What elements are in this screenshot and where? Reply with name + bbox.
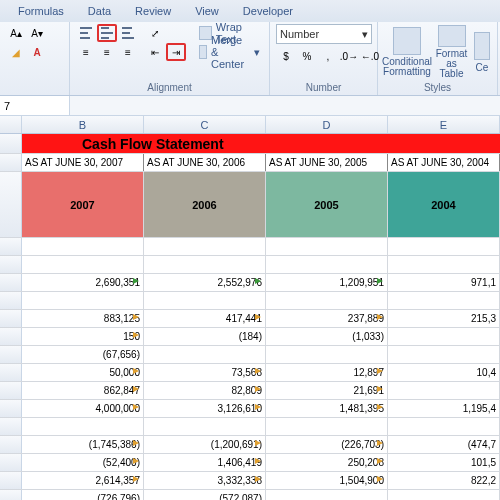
flag-icon	[133, 332, 141, 340]
cell[interactable]: 1,209,951	[266, 274, 388, 291]
orientation-button[interactable]: ⤢	[145, 24, 165, 42]
flag-icon	[377, 314, 385, 322]
cell[interactable]: 101,5	[388, 454, 500, 471]
cell[interactable]: AS AT JUNE 30, 2006	[144, 154, 266, 171]
tab-view[interactable]: View	[185, 2, 229, 20]
cell[interactable]: 2,552,976	[144, 274, 266, 291]
cell[interactable]: (1,745,386)	[22, 436, 144, 453]
cell[interactable]	[388, 490, 500, 500]
cell[interactable]: 50,000	[22, 364, 144, 381]
cell[interactable]: (52,400)	[22, 454, 144, 471]
comma-button[interactable]: ,	[318, 47, 338, 65]
cell[interactable]: 237,889	[266, 310, 388, 327]
cell[interactable]: 3,126,610	[144, 400, 266, 417]
font-shrink-button[interactable]: A▾	[27, 24, 47, 42]
year-cell-2006[interactable]: 2006	[144, 172, 266, 237]
align-middle-button[interactable]	[97, 24, 117, 42]
cell[interactable]: (1,033)	[266, 328, 388, 345]
col-header-e[interactable]: E	[388, 116, 500, 133]
data-row: 2,614,3573,332,3381,504,900822,2	[0, 472, 500, 490]
title-cell[interactable]: Cash Flow Statement	[22, 134, 500, 153]
cell[interactable]: 1,406,419	[144, 454, 266, 471]
tab-review[interactable]: Review	[125, 2, 181, 20]
cell[interactable]	[388, 328, 500, 345]
cell[interactable]	[144, 346, 266, 363]
cell[interactable]: (184)	[144, 328, 266, 345]
col-header-d[interactable]: D	[266, 116, 388, 133]
align-center-button[interactable]: ≡	[97, 43, 117, 61]
col-header-c[interactable]: C	[144, 116, 266, 133]
number-format-select[interactable]: Number▾	[276, 24, 372, 44]
styles-group-label: Styles	[384, 81, 491, 95]
flag-icon	[133, 368, 141, 376]
cell[interactable]	[388, 346, 500, 363]
decrease-indent-button[interactable]: ⇤	[145, 43, 165, 61]
increase-indent-button[interactable]: ⇥	[166, 43, 186, 61]
cell[interactable]: 2,614,357	[22, 472, 144, 489]
tab-data[interactable]: Data	[78, 2, 121, 20]
currency-button[interactable]: $	[276, 47, 296, 65]
cell[interactable]: 883,125	[22, 310, 144, 327]
fill-color-button[interactable]: ◢	[6, 43, 26, 61]
cell[interactable]: 417,441	[144, 310, 266, 327]
cell[interactable]: 1,504,900	[266, 472, 388, 489]
cell[interactable]: 10,4	[388, 364, 500, 381]
cell[interactable]: 12,897	[266, 364, 388, 381]
cell[interactable]: 21,691	[266, 382, 388, 399]
cell[interactable]: 4,000,000	[22, 400, 144, 417]
year-cell-2007[interactable]: 2007	[22, 172, 144, 237]
cell[interactable]: (67,656)-	[22, 346, 144, 363]
title-row: Cash Flow Statement	[0, 134, 500, 154]
cell[interactable]: (474,7	[388, 436, 500, 453]
cell[interactable]: 73,568	[144, 364, 266, 381]
data-row: 883,125417,441237,889215,3	[0, 310, 500, 328]
merge-center-button[interactable]: Merge & Center▾	[195, 43, 264, 61]
cell[interactable]	[388, 382, 500, 399]
font-grow-button[interactable]: A▴	[6, 24, 26, 42]
data-row: 4,000,0003,126,6101,481,3951,195,4	[0, 400, 500, 418]
cell[interactable]	[266, 490, 388, 500]
year-cell-2004[interactable]: 2004	[388, 172, 500, 237]
cell[interactable]: AS AT JUNE 30, 2005	[266, 154, 388, 171]
font-color-button[interactable]: A	[27, 43, 47, 61]
cell[interactable]: (726,796)	[22, 490, 144, 500]
cell[interactable]: 822,2	[388, 472, 500, 489]
cell[interactable]: 215,3	[388, 310, 500, 327]
format-as-table-button[interactable]: Format as Table	[433, 24, 470, 80]
cell[interactable]: 2,690,351	[22, 274, 144, 291]
cell[interactable]: (1,200,691)	[144, 436, 266, 453]
align-bottom-button[interactable]	[118, 24, 138, 42]
year-cell-2005[interactable]: 2005	[266, 172, 388, 237]
cell[interactable]	[266, 346, 388, 363]
col-header-b[interactable]: B	[22, 116, 144, 133]
align-left-button[interactable]: ≡	[76, 43, 96, 61]
cell[interactable]: 971,1	[388, 274, 500, 291]
cell-styles-button[interactable]: Ce	[473, 24, 491, 80]
decrease-decimal-button[interactable]: ←.0	[360, 47, 380, 65]
align-top-button[interactable]	[76, 24, 96, 42]
flag-icon	[377, 386, 385, 394]
align-right-button[interactable]: ≡	[118, 43, 138, 61]
cell[interactable]: 3,332,338	[144, 472, 266, 489]
increase-decimal-button[interactable]: .0→	[339, 47, 359, 65]
cell[interactable]: (572,087)	[144, 490, 266, 500]
cell[interactable]: 1,481,395	[266, 400, 388, 417]
data-row: (52,400)1,406,419250,208101,5	[0, 454, 500, 472]
cell[interactable]: (226,703)	[266, 436, 388, 453]
percent-button[interactable]: %	[297, 47, 317, 65]
cell[interactable]: 150	[22, 328, 144, 345]
ribbon-tabs: Formulas Data Review View Developer	[0, 0, 500, 22]
conditional-formatting-button[interactable]: Conditional Formatting	[384, 24, 430, 80]
flag-icon	[255, 278, 263, 286]
cell[interactable]: 862,847	[22, 382, 144, 399]
cell[interactable]: AS AT JUNE 30, 2004	[388, 154, 500, 171]
name-box[interactable]: 7	[0, 96, 70, 115]
worksheet[interactable]: B C D E Cash Flow Statement AS AT JUNE 3…	[0, 116, 500, 500]
cell[interactable]: AS AT JUNE 30, 2007	[22, 154, 144, 171]
cell[interactable]: 82,809	[144, 382, 266, 399]
flag-icon	[377, 458, 385, 466]
tab-developer[interactable]: Developer	[233, 2, 303, 20]
cell[interactable]: 250,208	[266, 454, 388, 471]
cell[interactable]: 1,195,4	[388, 400, 500, 417]
tab-formulas[interactable]: Formulas	[8, 2, 74, 20]
